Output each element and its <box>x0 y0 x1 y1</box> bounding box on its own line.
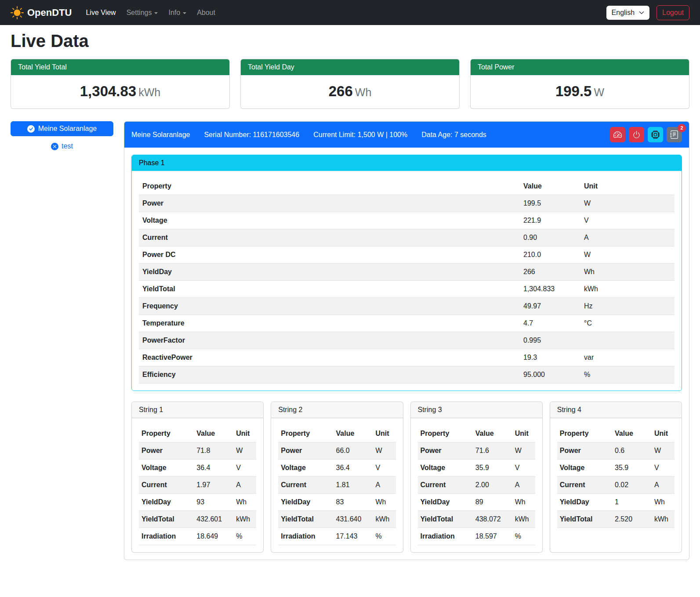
language-select[interactable]: English <box>606 6 649 20</box>
property-cell: Voltage <box>557 460 612 477</box>
unit-cell: % <box>512 528 535 545</box>
table-row: Current 2.00 A <box>418 477 535 494</box>
nav-item-about[interactable]: About <box>192 5 221 20</box>
string-card-title: String 1 <box>132 402 263 418</box>
sidebar-item-test[interactable]: test <box>11 142 113 150</box>
content-row: Meine Solaranlage test Meine Solaranlage… <box>11 121 689 560</box>
event-log-button[interactable]: 2 <box>667 127 682 142</box>
value-cell: 0.6 <box>612 442 652 460</box>
string-table: Property Value Unit Power 0.6 W Voltage … <box>557 425 675 528</box>
column-header-value: Value <box>334 425 373 442</box>
check-circle-icon <box>27 125 35 133</box>
brand[interactable]: OpenDTU <box>11 6 72 19</box>
table-row: Power 66.0 W <box>278 442 395 460</box>
table-row: ReactivePower 19.3 var <box>139 349 675 366</box>
device-info-button[interactable] <box>648 127 663 142</box>
inverter-select-button[interactable]: Meine Solaranlage <box>11 121 113 136</box>
unit-cell: kWh <box>652 511 675 528</box>
summary-card-title: Total Yield Total <box>11 59 229 75</box>
table-row: Power DC 210.0 W <box>139 246 675 264</box>
phase-card: Phase 1 Property Value Unit Power <box>131 155 682 391</box>
property-cell: YieldTotal <box>557 511 612 528</box>
limit-settings-button[interactable] <box>610 127 625 142</box>
value-cell: 266 <box>520 264 577 281</box>
property-cell: Voltage <box>139 460 194 477</box>
table-row: Current 1.97 A <box>139 477 256 494</box>
speedometer-icon <box>613 130 622 139</box>
table-header-row: Property Value Unit <box>139 425 256 442</box>
unit-cell: Wh <box>373 494 396 511</box>
sidebar-item-test-label: test <box>62 142 73 150</box>
property-cell: YieldTotal <box>139 511 194 528</box>
sun-icon <box>11 6 24 19</box>
summary-card-body: 1,304.83kWh <box>11 75 229 109</box>
unit-cell: % <box>373 528 396 545</box>
column-header-property: Property <box>418 425 473 442</box>
unit-cell: var <box>577 349 675 366</box>
table-row: Current 1.81 A <box>278 477 395 494</box>
unit-cell: kWh <box>373 511 396 528</box>
property-cell: Voltage <box>278 460 333 477</box>
table-row: YieldDay 93 Wh <box>139 494 256 511</box>
unit-cell: V <box>233 460 256 477</box>
value-cell: 18.597 <box>473 528 512 545</box>
summary-card: Total Yield Day 266Wh <box>240 59 460 109</box>
inverter-select-label: Meine Solaranlage <box>38 125 97 133</box>
table-row: YieldTotal 1,304.833 kWh <box>139 281 675 298</box>
column-header-value: Value <box>194 425 233 442</box>
property-cell: YieldDay <box>139 264 520 281</box>
value-cell: 49.97 <box>520 298 577 315</box>
string-card-title: String 3 <box>411 402 542 418</box>
value-cell: 4.7 <box>520 315 577 332</box>
property-cell: YieldDay <box>418 494 473 511</box>
property-cell: PowerFactor <box>139 332 520 349</box>
nav-item-settings[interactable]: Settings <box>121 5 163 20</box>
value-cell: 36.4 <box>194 460 233 477</box>
column-header-property: Property <box>278 425 333 442</box>
phase-table: Property Value Unit Power 199.5 W Voltag… <box>139 178 675 384</box>
unit-cell: Wh <box>512 494 535 511</box>
power-icon <box>632 130 641 139</box>
string-card-body: Property Value Unit Power 66.0 W Voltage… <box>271 418 403 552</box>
unit-cell: V <box>512 460 535 477</box>
property-cell: Current <box>418 477 473 494</box>
string-card-body: Property Value Unit Power 71.6 W Voltage… <box>411 418 542 552</box>
string-card-body: Property Value Unit Power 71.8 W Voltage… <box>132 418 263 552</box>
event-count-badge: 2 <box>678 124 686 132</box>
property-cell: Current <box>557 477 612 494</box>
summary-card-title: Total Power <box>471 59 689 75</box>
property-cell: Irradiation <box>418 528 473 545</box>
table-row: YieldDay 83 Wh <box>278 494 395 511</box>
unit-cell: kWh <box>233 511 256 528</box>
value-cell: 431.640 <box>334 511 373 528</box>
table-header-row: Property Value Unit <box>278 425 395 442</box>
property-cell: Current <box>278 477 333 494</box>
column-header-value: Value <box>612 425 652 442</box>
string-card: String 1 Property Value Unit Power 71.8 … <box>131 402 264 553</box>
power-control-button[interactable] <box>629 127 644 142</box>
value-cell: 199.5 <box>520 195 577 212</box>
summary-card-body: 266Wh <box>241 75 459 109</box>
table-row: YieldTotal 438.072 kWh <box>418 511 535 528</box>
value-cell: 93 <box>194 494 233 511</box>
table-header-row: Property Value Unit <box>557 425 675 442</box>
property-cell: YieldDay <box>139 494 194 511</box>
table-row: Temperature 4.7 °C <box>139 315 675 332</box>
string-table: Property Value Unit Power 71.6 W Voltage… <box>418 425 535 545</box>
string-card: String 3 Property Value Unit Power 71.6 … <box>410 402 543 553</box>
data-age: Data Age: 7 seconds <box>421 131 486 139</box>
column-header-unit: Unit <box>233 425 256 442</box>
table-row: Voltage 35.9 V <box>557 460 675 477</box>
logout-button[interactable]: Logout <box>656 5 689 20</box>
caret-down-icon <box>154 12 158 14</box>
unit-cell: W <box>373 442 396 460</box>
nav-item-info[interactable]: Info <box>163 5 192 20</box>
value-cell: 95.000 <box>520 366 577 384</box>
value-cell: 1.97 <box>194 477 233 494</box>
table-row: YieldTotal 431.640 kWh <box>278 511 395 528</box>
property-cell: Power <box>278 442 333 460</box>
unit-cell: A <box>577 229 675 246</box>
property-cell: YieldDay <box>278 494 333 511</box>
summary-card-unit: W <box>594 86 604 98</box>
nav-item-live-view[interactable]: Live View <box>80 5 121 20</box>
